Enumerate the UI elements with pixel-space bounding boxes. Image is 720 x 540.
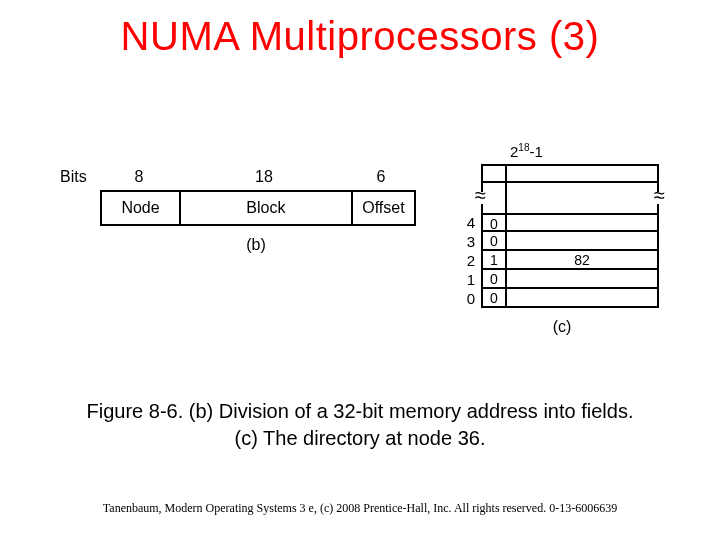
dir-break: ≈ ≈ (445, 183, 659, 213)
dir-c2: 82 (507, 251, 659, 270)
dir-row-top (445, 164, 659, 183)
dir-row: 1 0 (445, 270, 659, 289)
dir-c1: 0 (481, 289, 507, 308)
field-offset: Offset (351, 192, 414, 224)
slide-title: NUMA Multiprocessors (3) (0, 14, 720, 59)
dir-idx: 1 (445, 270, 481, 289)
subcaption-c: (c) (475, 318, 649, 336)
dir-c1: 0 (481, 270, 507, 289)
top-label-suffix: -1 (529, 143, 542, 160)
bits-width-block: 18 (178, 168, 350, 190)
dir-row: 4 0 (445, 213, 659, 232)
dir-c1: 0 (481, 232, 507, 251)
dir-c1: 0 (481, 213, 507, 232)
top-label-exp: 18 (518, 142, 529, 153)
bits-width-offset: 6 (350, 168, 412, 190)
dir-c2 (507, 213, 659, 232)
figure-caption: Figure 8-6. (b) Division of a 32-bit mem… (30, 398, 690, 452)
dir-row: 0 0 (445, 289, 659, 308)
dir-c2-top (507, 164, 659, 183)
dir-idx: 4 (445, 213, 481, 232)
bits-label: Bits (60, 168, 100, 190)
dir-c2 (507, 232, 659, 251)
dir-top-label: 218-1 (510, 142, 543, 160)
field-node: Node (102, 192, 179, 224)
subcaption-b: (b) (100, 236, 412, 254)
footer: Tanenbaum, Modern Operating Systems 3 e,… (0, 501, 720, 516)
squiggle-icon: ≈ (652, 192, 667, 204)
caption-line1: Figure 8-6. (b) Division of a 32-bit mem… (87, 400, 634, 422)
dir-c1-top (481, 164, 507, 183)
caption-line2: (c) The directory at node 36. (235, 427, 486, 449)
dir-c2 (507, 270, 659, 289)
dir-idx: 2 (445, 251, 481, 270)
dir-row: 3 0 (445, 232, 659, 251)
bits-row: Bits 8 18 6 (60, 168, 416, 190)
dir-c2 (507, 289, 659, 308)
squiggle-icon: ≈ (473, 192, 488, 204)
diagram-c: 218-1 ≈ ≈ 4 0 (445, 146, 659, 336)
dir-row: 2 1 82 (445, 251, 659, 270)
dir-idx: 0 (445, 289, 481, 308)
field-block: Block (179, 192, 351, 224)
dir-c1: 1 (481, 251, 507, 270)
directory-table: ≈ ≈ 4 0 3 0 2 1 82 (445, 164, 659, 308)
dir-idx-top (445, 164, 481, 183)
dir-idx: 3 (445, 232, 481, 251)
bits-width-node: 8 (100, 168, 178, 190)
slide: NUMA Multiprocessors (3) Bits 8 18 6 Nod… (0, 0, 720, 540)
address-fields: Node Block Offset (100, 190, 416, 226)
diagram-b: Bits 8 18 6 Node Block Offset (b) (60, 168, 416, 254)
